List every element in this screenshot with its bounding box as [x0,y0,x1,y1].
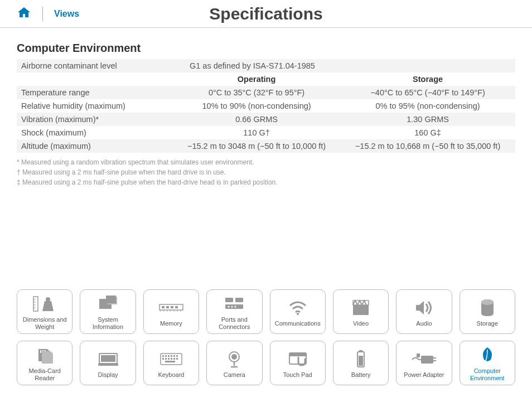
col-storage: Storage [340,72,515,86]
svg-rect-48 [171,358,172,360]
nav-camera-label: Camera [224,371,245,379]
svg-rect-61 [433,360,436,361]
footnote-3: ‡ Measured using a 2 ms half-sine pulse … [17,177,515,187]
touchpad-icon [287,348,308,370]
page-title: Specifications [0,4,532,23]
svg-point-24 [228,306,230,308]
svg-rect-55 [289,353,306,356]
svg-rect-12 [171,306,173,308]
svg-point-27 [297,313,299,315]
nav-memory[interactable]: Memory [143,289,199,334]
nav-system-info[interactable]: System Information [80,289,136,334]
svg-rect-0 [33,297,38,311]
top-bar: Views Specifications [0,0,532,28]
leaf-icon [480,344,495,366]
svg-rect-8 [106,296,116,303]
nav-battery-label: Battery [351,371,371,379]
row-vibration-st: 1.30 GRMS [340,113,515,126]
camera-icon [225,348,243,370]
svg-rect-11 [166,306,169,308]
row-humidity-st: 0% to 95% (non-condensing) [340,99,515,113]
svg-rect-50 [176,358,178,360]
svg-rect-60 [433,357,436,359]
svg-point-31 [481,299,494,305]
row-altitude-st: −15.2 m to 10,668 m (−50 ft to 35,000 ft… [340,139,515,153]
svg-rect-10 [162,306,165,308]
spec-table: Airborne contaminant level G1 as defined… [17,59,515,153]
nav-dimensions[interactable]: Dimensions and Weight [17,289,72,334]
svg-rect-41 [168,355,170,357]
row-humidity-label: Relative humidity (maximum) [17,99,173,113]
memory-icon [158,297,184,319]
svg-rect-22 [235,298,243,302]
nav-audio-label: Audio [416,320,432,327]
svg-rect-28 [353,305,369,315]
svg-rect-21 [225,298,233,302]
svg-point-25 [231,306,233,308]
sd-card-icon [35,344,54,366]
audio-icon [414,297,434,319]
nav-ports[interactable]: Ports and Connectors [206,289,262,334]
nav-battery[interactable]: Battery [333,341,389,385]
ruler-weight-icon [32,293,57,315]
ports-icon [223,293,245,315]
svg-rect-58 [359,356,363,366]
row-airborne-value: G1 as defined by ISA-S71.04-1985 [173,59,515,72]
home-icon[interactable] [17,6,42,22]
nav-audio[interactable]: Audio [396,289,452,334]
svg-point-5 [46,297,50,302]
display-icon [97,348,119,370]
nav-computer-environment-label: Computer Environment [461,367,514,381]
nav-storage[interactable]: Storage [460,289,515,334]
svg-rect-39 [162,355,164,357]
nav-display-label: Display [98,371,118,379]
row-airborne-label: Airborne contaminant level [17,59,173,72]
footnotes: * Measured using a random vibration spec… [17,157,515,187]
nav-display[interactable]: Display [80,341,136,385]
nav-power-adapter[interactable]: Power Adapter [396,341,452,385]
col-operating: Operating [173,72,340,86]
nav-video-label: Video [353,320,369,327]
svg-rect-62 [417,353,420,357]
nav-system-info-label: System Information [81,316,134,330]
nav-media-card-label: Media-Card Reader [18,367,71,381]
svg-rect-49 [173,358,175,360]
row-altitude-label: Altitude (maximum) [17,139,173,153]
footnote-1: * Measured using a random vibration spec… [17,157,515,167]
svg-rect-59 [421,356,433,364]
content: Computer Environment Airborne contaminan… [0,28,532,187]
footnote-2: † Measured using a 2 ms half-sine pulse … [17,167,515,177]
nav-touchpad-label: Touch Pad [283,371,312,379]
keyboard-icon [159,348,183,370]
nav-camera[interactable]: Camera [206,341,262,385]
nav-computer-environment[interactable]: Computer Environment [460,341,515,385]
svg-rect-42 [171,355,172,357]
power-adapter-icon [411,348,437,370]
svg-rect-40 [165,355,167,357]
svg-rect-43 [173,355,175,357]
svg-point-53 [232,355,236,359]
nav-communications[interactable]: Communications [270,289,326,334]
row-shock-st: 160 G‡ [340,126,515,139]
nav-keyboard[interactable]: Keyboard [143,341,199,385]
svg-rect-51 [165,361,175,362]
row-temp-st: −40°C to 65°C (−40°F to 149°F) [340,86,515,99]
nav-video[interactable]: Video [333,289,389,334]
row-vibration-label: Vibration (maximum)* [17,113,173,126]
nav-touchpad[interactable]: Touch Pad [270,341,326,385]
nav-communications-label: Communications [275,320,321,327]
svg-rect-37 [98,364,118,366]
bottom-nav: Dimensions and Weight System Information… [0,289,532,392]
row-temp-label: Temperature range [17,86,173,99]
nav-power-adapter-label: Power Adapter [404,371,444,379]
svg-rect-44 [176,355,178,357]
row-temp-op: 0°C to 35°C (32°F to 95°F) [173,86,340,99]
row-humidity-op: 10% to 90% (non-condensing) [173,99,340,113]
battery-icon [356,348,366,370]
nav-storage-label: Storage [477,320,499,327]
nav-keyboard-label: Keyboard [158,371,184,379]
nav-media-card[interactable]: Media-Card Reader [17,341,72,385]
row-shock-label: Shock (maximum) [17,126,173,139]
views-link[interactable]: Views [54,9,79,19]
nav-ports-label: Ports and Connectors [208,316,260,330]
